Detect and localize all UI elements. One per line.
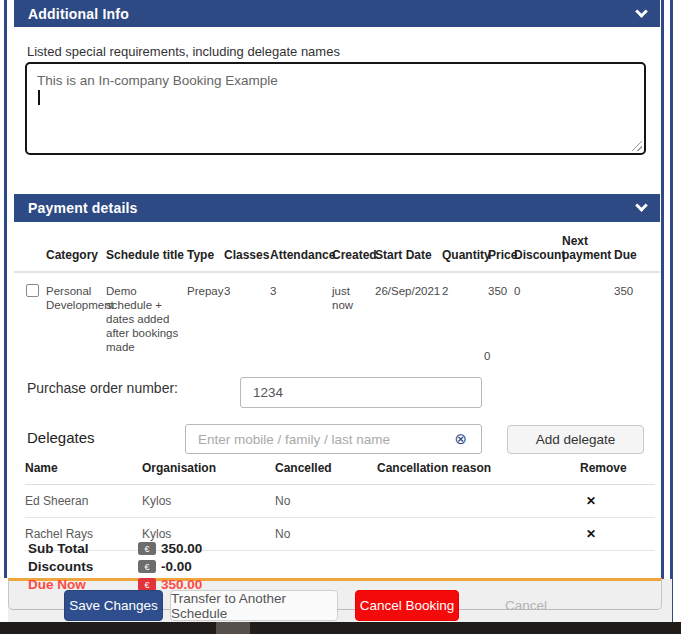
cell-attendance: 3: [270, 272, 332, 354]
col-classes: Classes: [224, 234, 270, 272]
col-cancelled: Cancelled: [275, 457, 377, 485]
col-start-date: Start Date: [375, 234, 442, 272]
cell-due: 350: [614, 272, 660, 354]
delegates-header-row: Name Organisation Cancelled Cancellation…: [25, 457, 655, 485]
discounts-label: Discounts: [28, 559, 138, 574]
remove-delegate-icon[interactable]: ✕: [553, 494, 655, 508]
discounts-value: -0.00: [161, 559, 192, 574]
col-category: Category: [46, 234, 106, 272]
save-changes-button[interactable]: Save Changes: [64, 590, 163, 621]
modal-right-border: [661, 0, 664, 622]
row-checkbox[interactable]: [26, 284, 39, 297]
horizontal-scrollbar[interactable]: [0, 622, 681, 634]
cell-quantity: 2: [442, 272, 488, 354]
additional-info-title: Additional Info: [28, 6, 129, 22]
payment-details-title: Payment details: [28, 200, 138, 216]
cell-discount: 0: [514, 272, 562, 354]
payment-details-header[interactable]: Payment details: [14, 194, 660, 222]
additional-info-header[interactable]: Additional Info: [14, 0, 660, 27]
purchase-order-label: Purchase order number:: [27, 380, 178, 396]
text-cursor: [38, 90, 40, 105]
clear-search-icon[interactable]: ⊗: [454, 430, 467, 448]
payment-table-header-row: Category Schedule title Type Classes Att…: [14, 234, 660, 272]
requirements-textarea[interactable]: This is an In-company Booking Example: [25, 62, 646, 155]
payment-table: Category Schedule title Type Classes Att…: [14, 234, 660, 354]
chevron-down-icon[interactable]: [635, 199, 648, 212]
requirements-label: Listed special requirements, including d…: [27, 44, 340, 59]
cell-cancellation-reason: [377, 485, 553, 518]
col-remove: Remove: [553, 457, 655, 485]
payment-table-row: Personal Development Demo schedule + dat…: [14, 272, 660, 354]
col-discount: Discount: [514, 234, 562, 272]
cell-cancellation-reason: [377, 518, 553, 551]
col-price: Price: [488, 234, 514, 272]
col-organisation: Organisation: [142, 457, 275, 485]
resize-handle-icon[interactable]: [631, 140, 642, 151]
cell-price: 350: [488, 272, 514, 354]
col-schedule-title: Schedule title: [106, 234, 187, 272]
col-due: Due: [614, 234, 660, 272]
cell-cancelled: No: [275, 485, 377, 518]
cell-next-payment: [562, 272, 614, 354]
remove-delegate-icon[interactable]: ✕: [553, 527, 655, 541]
transfer-schedule-button[interactable]: Transfer to Another Schedule: [170, 590, 338, 621]
col-type: Type: [187, 234, 224, 272]
requirements-text: This is an In-company Booking Example: [37, 72, 634, 89]
col-created: Created: [332, 234, 375, 272]
modal-left-border: [4, 0, 7, 578]
cell-type: Prepay: [187, 272, 224, 354]
cell-start-date: 26/Sep/2021: [375, 272, 442, 354]
purchase-order-value: 1234: [253, 385, 283, 400]
window-right-border: [670, 0, 673, 622]
col-cancellation-reason: Cancellation reason: [377, 457, 553, 485]
col-next-payment: Next payment: [562, 234, 614, 272]
col-name: Name: [25, 457, 142, 485]
delegate-search-input[interactable]: Enter mobile / family / last name ⊗: [185, 424, 482, 454]
cell-schedule-title: Demo schedule + dates added after bookin…: [106, 272, 187, 354]
delegate-row: Ed Sheeran Kylos No ✕: [25, 485, 655, 518]
delegates-label: Delegates: [27, 429, 95, 446]
cell-category: Personal Development: [46, 272, 106, 354]
euro-badge-icon: €: [138, 542, 156, 555]
cancel-booking-button[interactable]: Cancel Booking: [355, 590, 459, 621]
booking-dialog: Additional Info Listed special requireme…: [0, 0, 681, 634]
cell-classes: 3: [224, 272, 270, 354]
discounts-row: Discounts € -0.00: [28, 558, 202, 575]
discount-total: 0: [484, 350, 490, 362]
purchase-order-input[interactable]: 1234: [240, 377, 482, 408]
cell-cancelled: No: [275, 518, 377, 551]
col-attendance: Attendance: [270, 234, 332, 272]
subtotal-row: Sub Total € 350.00: [28, 540, 202, 557]
select-column-header: [14, 234, 46, 272]
cell-organisation: Kylos: [142, 485, 275, 518]
subtotal-value: 350.00: [161, 541, 202, 556]
col-quantity: Quantity: [442, 234, 488, 272]
delegate-search-placeholder: Enter mobile / family / last name: [198, 432, 390, 447]
totals-block: Sub Total € 350.00 Discounts € -0.00 Due…: [28, 540, 202, 594]
delegates-table: Name Organisation Cancelled Cancellation…: [25, 457, 655, 551]
subtotal-label: Sub Total: [28, 541, 138, 556]
chevron-down-icon[interactable]: [635, 5, 648, 18]
add-delegate-button[interactable]: Add delegate: [507, 425, 644, 454]
scrollbar-thumb[interactable]: [216, 622, 250, 634]
euro-badge-icon: €: [138, 560, 156, 573]
cell-name: Ed Sheeran: [25, 485, 142, 518]
cell-created: just now: [332, 272, 375, 354]
cancel-button[interactable]: Cancel: [483, 590, 569, 621]
